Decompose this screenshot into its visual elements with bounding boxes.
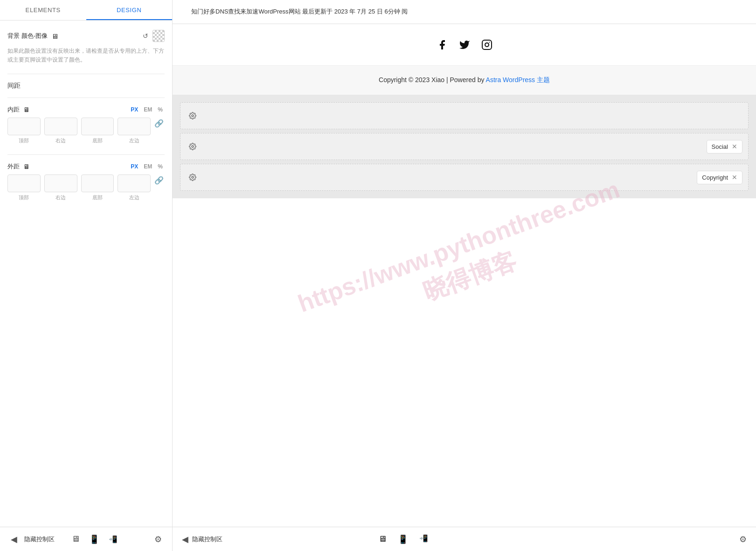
device-icons: 🖥 📱 📲 [71, 534, 118, 544]
unit-pct-inner[interactable]: % [156, 105, 165, 114]
unit-em-outer[interactable]: EM [142, 162, 154, 171]
hide-label: 隐藏控制区 [24, 535, 55, 544]
widget-row-3: Copyright ✕ [180, 164, 749, 191]
widget-gear-btn-2[interactable] [186, 140, 199, 153]
reset-icon[interactable]: ↺ [141, 32, 150, 40]
bg-section-title: 背景 颜色-图像 [7, 32, 48, 40]
preview-top-text: 知门好多DNS查找来加速WordPress网站 最后更新于 2023 年 7月 … [191, 8, 408, 15]
outer-bottom-input[interactable] [81, 174, 114, 192]
bg-hint-text: 如果此颜色设置没有反映出来，请检查是否从专用的上方、下方或主要页脚设置中设置了颜… [7, 47, 165, 64]
widget-row-2: Social ✕ [180, 133, 749, 160]
tablet-icon[interactable]: 📱 [89, 534, 99, 544]
spacing-section-title: 间距 [7, 82, 165, 90]
copyright-text: Copyright © 2023 Xiao | Powered by [379, 76, 486, 84]
social-icons [191, 38, 737, 51]
widget-row-1 [180, 102, 749, 129]
link-inner-icon[interactable]: 🔗 [153, 118, 165, 129]
inner-left-wrap: 左边 [118, 118, 151, 144]
right-tablet-icon[interactable]: 📱 [398, 534, 408, 544]
outer-left-label: 左边 [129, 194, 139, 201]
svg-rect-0 [482, 40, 492, 49]
social-widget-tag: Social ✕ [707, 140, 742, 153]
copyright-link[interactable]: Astra WordPress 主题 [486, 76, 550, 84]
divider-2 [7, 98, 165, 98]
outer-spacing-grid: 顶部 右边 底部 左边 [7, 174, 151, 201]
widget-gear-btn-1[interactable] [186, 109, 199, 122]
unit-px-outer[interactable]: PX [129, 162, 140, 171]
right-bottom-left: ◀ 隐藏控制区 [182, 534, 222, 544]
twitter-icon[interactable] [458, 38, 471, 51]
inner-padding-title: 内距 [7, 105, 20, 114]
right-device-icons: 🖥 📱 📲 [378, 534, 428, 544]
divider-3 [7, 154, 165, 155]
right-panel: https://www.pythonthree.com 晓得博客 知门好多DNS… [173, 0, 756, 551]
outer-padding-title: 外距 [7, 162, 20, 171]
preview-area: 知门好多DNS查找来加速WordPress网站 最后更新于 2023 年 7月 … [173, 0, 756, 527]
right-settings-btn[interactable]: ⚙ [739, 534, 747, 544]
bg-section-header: 背景 颜色-图像 🖥 ↺ [7, 30, 165, 42]
bg-title-actions: ↺ [141, 30, 165, 42]
tab-elements[interactable]: ELEMENTS [0, 0, 86, 20]
outer-right-label: 右边 [55, 194, 66, 201]
unit-em-inner[interactable]: EM [142, 105, 154, 114]
inner-top-wrap: 顶部 [7, 118, 41, 144]
monitor-icon-inner: 🖥 [23, 106, 30, 113]
tab-design[interactable]: DESIGN [86, 0, 173, 20]
right-back-icon[interactable]: ◀ [182, 534, 188, 544]
link-outer-icon[interactable]: 🔗 [153, 174, 165, 186]
inner-spacing-grid: 顶部 右边 底部 左边 [7, 118, 151, 144]
social-remove-btn[interactable]: ✕ [732, 143, 737, 150]
tab-bar: ELEMENTS DESIGN [0, 0, 172, 21]
monitor-icon-outer: 🖥 [23, 163, 30, 170]
inner-right-wrap: 右边 [44, 118, 77, 144]
inner-left-input[interactable] [118, 118, 151, 135]
outer-bottom-wrap: 底部 [81, 174, 114, 201]
unit-pct-outer[interactable]: % [156, 162, 165, 171]
right-mobile-icon[interactable]: 📲 [419, 534, 428, 544]
inner-left-label: 左边 [129, 137, 139, 144]
copyright-tag-label: Copyright [702, 174, 728, 181]
social-tag-label: Social [712, 143, 728, 150]
copyright-widget-tag: Copyright ✕ [697, 171, 742, 184]
inner-bottom-input[interactable] [81, 118, 114, 135]
outer-top-input[interactable] [7, 174, 41, 192]
outer-left-wrap: 左边 [118, 174, 151, 201]
svg-point-2 [192, 115, 194, 117]
inner-right-label: 右边 [55, 137, 66, 144]
svg-point-3 [192, 146, 194, 147]
bottom-bar: ◀ 隐藏控制区 🖥 📱 📲 ⚙ [0, 527, 172, 551]
settings-button[interactable]: ⚙ [152, 533, 165, 546]
monitor-icon: 🖥 [51, 32, 58, 40]
footer-social [173, 24, 756, 65]
divider-1 [7, 74, 165, 74]
bottom-bar-right: ⚙ [152, 533, 165, 546]
right-bottom-bar: ◀ 隐藏控制区 🖥 📱 📲 ⚙ [173, 527, 756, 551]
preview-top-content: 知门好多DNS查找来加速WordPress网站 最后更新于 2023 年 7月 … [173, 0, 756, 24]
outer-top-label: 顶部 [19, 194, 29, 201]
widget-gear-btn-3[interactable] [186, 171, 199, 184]
mobile-icon[interactable]: 📲 [109, 534, 118, 544]
outer-left-input[interactable] [118, 174, 151, 192]
checker-color-icon[interactable] [153, 30, 165, 42]
inner-bottom-wrap: 底部 [81, 118, 114, 144]
panel-content: 背景 颜色-图像 🖥 ↺ 如果此颜色设置没有反映出来，请检查是否从专用的上方、下… [0, 21, 172, 527]
inner-top-label: 顶部 [19, 137, 29, 144]
outer-right-wrap: 右边 [44, 174, 77, 201]
outer-top-wrap: 顶部 [7, 174, 41, 201]
inner-bottom-label: 底部 [92, 137, 103, 144]
widget-builder: Social ✕ Copyright ✕ [173, 95, 756, 198]
unit-tabs-outer: PX EM % [129, 162, 165, 171]
inner-right-input[interactable] [44, 118, 77, 135]
footer-copyright: Copyright © 2023 Xiao | Powered by Astra… [173, 65, 756, 95]
outer-bottom-label: 底部 [92, 194, 103, 201]
back-button[interactable]: ◀ [7, 533, 21, 546]
unit-px-inner[interactable]: PX [129, 105, 140, 114]
outer-right-input[interactable] [44, 174, 77, 192]
facebook-icon[interactable] [436, 38, 449, 51]
inner-top-input[interactable] [7, 118, 41, 135]
bottom-bar-left: ◀ 隐藏控制区 [7, 533, 55, 546]
instagram-icon[interactable] [480, 38, 493, 51]
copyright-remove-btn[interactable]: ✕ [732, 174, 737, 181]
right-desktop-icon[interactable]: 🖥 [378, 534, 387, 544]
desktop-icon[interactable]: 🖥 [71, 534, 80, 544]
